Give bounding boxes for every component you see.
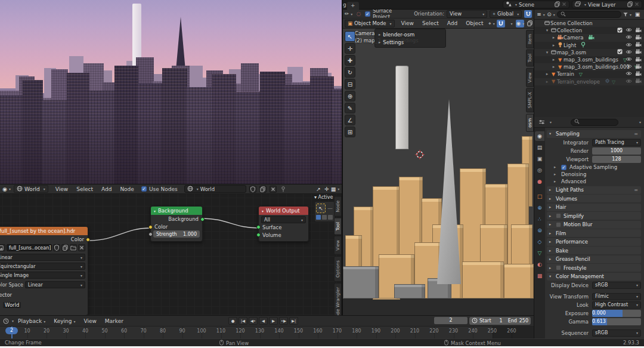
copy-image-button[interactable]	[61, 244, 69, 251]
section-checkbox[interactable]	[556, 265, 561, 270]
outliner-row-light[interactable]: ▸Light	[534, 42, 644, 49]
annotate-tool[interactable]: ✎	[345, 103, 355, 113]
camera-visibility-icon[interactable]	[635, 49, 642, 56]
volume-input-socket[interactable]	[256, 233, 261, 237]
new-collection-icon[interactable]: ▣	[633, 11, 642, 19]
timeline-menu-playback[interactable]: Playback▾	[14, 318, 49, 324]
eye-visibility-icon[interactable]	[626, 79, 632, 85]
workspace-tab-partial[interactable]: g	[343, 2, 347, 8]
properties-tab-particles[interactable]: ∴	[535, 214, 544, 224]
editor-type-icon[interactable]	[2, 317, 10, 325]
disclosure-open-icon[interactable]: ▾	[544, 50, 550, 55]
camera-visibility-icon[interactable]	[635, 64, 642, 70]
parent-node-tree-icon[interactable]: ↗	[314, 185, 323, 193]
section-checkbox[interactable]	[556, 213, 561, 218]
prop-widget[interactable]: sRGB▾	[592, 329, 641, 337]
camera-visibility-icon[interactable]	[635, 35, 642, 41]
disclosure-closed-icon[interactable]: ▸	[544, 72, 550, 76]
interpolation-dropdown[interactable]: Linear▾	[0, 254, 85, 261]
unlink-image-button[interactable]	[78, 244, 85, 251]
colorspace-dropdown[interactable]: Linear▾	[25, 281, 85, 288]
osm-building[interactable]	[504, 264, 534, 298]
use-nodes-checkbox[interactable]: ✓	[141, 186, 147, 192]
eye-visibility-icon[interactable]	[626, 57, 632, 63]
properties-tab-modifiers[interactable]: ⊕	[535, 203, 544, 213]
section-film[interactable]: ▸Film	[547, 229, 641, 237]
exclude-checkbox[interactable]	[617, 27, 623, 34]
background-output-socket[interactable]	[200, 217, 205, 221]
viewport-menu-view[interactable]: View	[397, 20, 418, 26]
overlays-icon[interactable]	[525, 20, 534, 27]
use-nodes-toggle[interactable]: ✓ Use Nodes	[141, 186, 178, 192]
jump-to-end-button[interactable]: ▶|	[289, 317, 298, 325]
delete-scene-icon[interactable]	[562, 2, 566, 8]
image-name-field[interactable]: full_[suns..ocean].hdr	[7, 244, 52, 251]
pin-icon[interactable]	[280, 186, 287, 193]
frame-range-fields[interactable]: Start 1 End 250	[469, 317, 531, 325]
timeline-menu-keying[interactable]: Keying▾	[49, 318, 79, 324]
tweak-tool-icon[interactable]: ↖	[316, 204, 326, 213]
properties-tab-material[interactable]: ◐	[535, 260, 544, 269]
section-freestyle[interactable]: ▸Freestyle	[547, 264, 641, 272]
section-grease-pencil[interactable]: ▸Grease Pencil	[547, 255, 641, 263]
snap-options-icon[interactable]: ▾	[506, 20, 515, 27]
sub-denoising[interactable]: ▸Denoising	[547, 171, 641, 178]
section-performance[interactable]: ▸Performance	[547, 238, 641, 246]
surface-project-toggle[interactable]: ✓ Surface Project	[365, 10, 407, 19]
new-view-layer-icon[interactable]	[627, 1, 633, 8]
section-sampling[interactable]: ▾Sampling≡	[547, 130, 641, 138]
preset-list-icon[interactable]: ≡	[634, 131, 639, 137]
eye-visibility-icon[interactable]	[626, 71, 632, 77]
shader-menu-add[interactable]: Add	[97, 186, 116, 192]
disclosure-closed-icon[interactable]: ▸	[551, 64, 556, 69]
viewport-menu-select[interactable]: Select	[418, 20, 443, 26]
shader-type-dropdown[interactable]: World ▾	[14, 185, 48, 193]
camera-visibility-icon[interactable]	[635, 78, 642, 85]
outliner-row-map-3-osm-buildings-001[interactable]: ▸▼map_3.osm_buildings.001▽	[534, 63, 644, 70]
eye-visibility-icon[interactable]	[626, 50, 632, 56]
outliner-display-mode-icon[interactable]: ≡▾	[537, 11, 545, 19]
tab-view[interactable]: View	[334, 236, 342, 255]
end-value[interactable]: 250	[519, 318, 528, 324]
outliner-filter-objects-icon[interactable]: ⊙▾	[547, 11, 555, 19]
disclosure-closed-icon[interactable]: ▸	[551, 57, 556, 62]
fake-user-button[interactable]	[249, 186, 256, 193]
outliner-row-terrain-envelope[interactable]: ▸▼Terrain_envelope▽	[534, 78, 644, 85]
osm-building[interactable]	[343, 266, 379, 298]
previous-keyframe-button[interactable]: ◀•	[249, 317, 258, 325]
shader-menu-node[interactable]: Node	[116, 186, 138, 192]
tab-view[interactable]: View	[526, 68, 534, 87]
eye-visibility-icon[interactable]	[626, 35, 632, 41]
properties-tab-world[interactable]: ●	[535, 177, 544, 186]
rotate-tool[interactable]: ↻	[345, 67, 355, 78]
select-mode-buttons[interactable]	[316, 215, 333, 220]
outliner-row-camera[interactable]: ▸Camera	[534, 34, 644, 41]
prop-widget[interactable]: 0.000	[592, 310, 641, 317]
tab-node[interactable]: Node	[334, 196, 342, 217]
properties-tab-scene[interactable]: ◎	[535, 165, 544, 175]
output-target-dropdown[interactable]: All▾	[261, 216, 306, 223]
source-dropdown[interactable]: Single Image▾	[0, 272, 85, 279]
cursor-tool[interactable]: ✛	[345, 43, 355, 54]
disclosure-open-icon[interactable]: ▾	[544, 28, 550, 33]
editor-type-icon[interactable]	[537, 118, 546, 126]
properties-tab-texture[interactable]: ▩	[535, 271, 544, 281]
transform-orientation-dropdown[interactable]: ⌖ Global▾	[490, 10, 522, 18]
playhead-frame-badge[interactable]: 2	[5, 327, 18, 334]
prop-widget[interactable]: 128	[592, 156, 641, 163]
section-checkbox[interactable]	[556, 222, 561, 227]
panel-item-settings[interactable]: ▸Settings	[375, 38, 445, 46]
current-frame-field[interactable]: 2	[434, 317, 467, 324]
transform-tool[interactable]: ⊕	[345, 91, 355, 101]
eye-visibility-icon[interactable]	[626, 27, 632, 33]
record-button[interactable]: ●	[228, 317, 237, 325]
osm-building[interactable]	[462, 261, 504, 298]
outliner-row-map-3-osm-buildings[interactable]: ▸▼map_3.osm_buildings▽	[534, 56, 644, 63]
snap-magnet-icon[interactable]	[524, 10, 532, 18]
camera-visibility-icon[interactable]	[635, 71, 642, 78]
prop-widget[interactable]: 1000	[592, 147, 641, 155]
new-datablock-button[interactable]	[259, 186, 267, 193]
section-bake[interactable]: ▸Bake	[547, 247, 641, 254]
section-simplify[interactable]: ▸Simplify	[547, 212, 641, 220]
proportional-edit-icon[interactable]: ◉▾	[516, 20, 524, 27]
